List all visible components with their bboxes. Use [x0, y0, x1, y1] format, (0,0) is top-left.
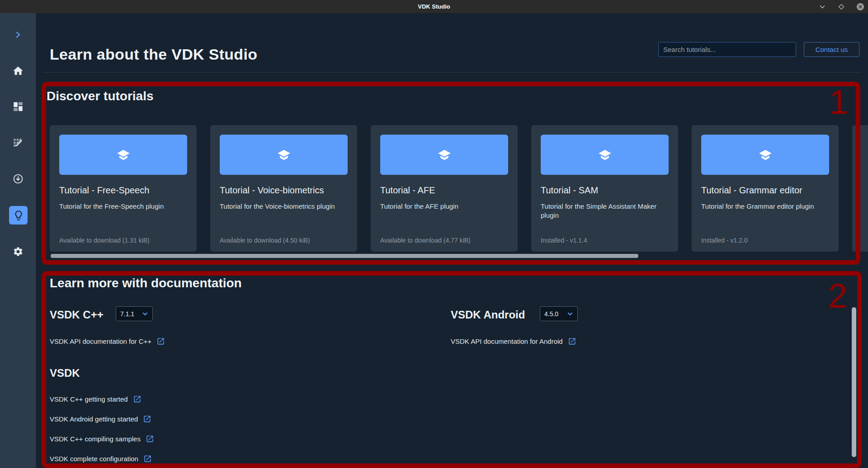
card-status: Available to download (1.31 kiB) [59, 237, 187, 244]
vsdk-android-version-select[interactable]: 4.5.0 [540, 306, 578, 321]
card-status: Available to download (4.50 kiB) [220, 237, 348, 244]
dashboard-icon [12, 101, 24, 112]
sidebar-item-settings[interactable] [0, 243, 36, 261]
grid-pencil-icon [12, 137, 24, 149]
external-link-icon [143, 454, 152, 463]
card-status: Available to download (4.77 kiB) [380, 237, 508, 244]
card-title: Tutorial - SAM [541, 185, 669, 196]
link-vsdk-cpp-compiling-samples[interactable]: VSDK C++ compiling samples [50, 435, 154, 443]
card-status: Installed - v1.2.0 [701, 237, 829, 244]
contact-us-button[interactable]: Contact us [804, 42, 859, 57]
vsdk-section-title: VSDK [50, 367, 80, 379]
link-label: VSDK Android getting started [50, 415, 138, 423]
cards-horizontal-scrollbar[interactable] [51, 254, 638, 258]
selected-version: 4.5.0 [544, 310, 558, 318]
diamond-icon [838, 3, 845, 10]
external-link-icon [146, 435, 154, 443]
link-label: VSDK API documentation for Android [451, 337, 563, 345]
link-label: VSDK C++ getting started [50, 395, 128, 403]
external-link-icon [133, 395, 142, 403]
graduation-cap-icon [438, 148, 451, 162]
external-link-icon [156, 337, 165, 346]
tutorial-card-afe[interactable]: Tutorial - AFE Tutorial for the AFE plug… [371, 125, 518, 252]
graduation-cap-icon [117, 148, 130, 162]
tutorial-card-free-speech[interactable]: Tutorial - Free-Speech Tutorial for the … [50, 125, 197, 252]
link-label: VSDK C++ compiling samples [50, 435, 141, 443]
window-title: VDK Studio [418, 3, 450, 10]
chevron-down-icon [567, 311, 573, 317]
card-banner [541, 135, 669, 175]
link-label: VSDK complete configuration [50, 455, 138, 463]
card-title: Tutorial - AFE [380, 185, 508, 196]
vsdk-cpp-version-select[interactable]: 7.1.1 [116, 306, 153, 321]
sidebar [0, 13, 36, 468]
chevron-down-icon [819, 3, 826, 10]
graduation-cap-icon [277, 148, 291, 162]
main-content: Learn about the VDK Studio Contact us Di… [36, 13, 868, 468]
tutorial-card-grammar-editor[interactable]: Tutorial - Grammar editor Tutorial for t… [692, 125, 839, 252]
sidebar-expand-button[interactable] [0, 26, 36, 44]
card-banner [220, 135, 348, 175]
tutorial-card-sam[interactable]: Tutorial - SAM Tutorial for the Simple A… [531, 125, 678, 252]
tutorial-card-voice-biometrics[interactable]: Tutorial - Voice-biometrics Tutorial for… [210, 125, 357, 252]
sidebar-item-dashboard[interactable] [0, 98, 36, 116]
discover-tutorials-title: Discover tutorials [47, 89, 154, 103]
card-title: Tutorial - Voice-biometrics [220, 185, 348, 196]
link-api-doc-cpp[interactable]: VSDK API documentation for C++ [50, 337, 165, 346]
vertical-scrollbar[interactable] [852, 307, 856, 457]
sidebar-item-designer[interactable] [0, 134, 36, 152]
card-description: Tutorial for the Simple Assistant Maker … [541, 202, 669, 220]
gear-icon [13, 246, 24, 257]
window-shade-button[interactable] [818, 3, 826, 11]
download-circle-icon [12, 173, 24, 185]
card-banner [380, 135, 508, 175]
chevron-down-icon [142, 311, 148, 317]
link-vsdk-android-getting-started[interactable]: VSDK Android getting started [50, 415, 151, 423]
sidebar-item-home[interactable] [0, 62, 36, 80]
close-icon [857, 3, 864, 10]
card-description: Tutorial for the AFE plugin [380, 202, 508, 211]
card-banner [701, 135, 829, 175]
external-link-icon [568, 337, 576, 346]
sidebar-item-downloads[interactable] [0, 170, 36, 188]
card-banner [59, 135, 187, 175]
window-controls [818, 0, 864, 13]
external-link-icon [143, 415, 151, 423]
link-label: VSDK API documentation for C++ [50, 337, 151, 345]
lightbulb-icon [13, 210, 24, 221]
search-input[interactable] [658, 42, 796, 57]
card-description: Tutorial for the Voice-biometrics plugin [220, 202, 348, 211]
card-title: Tutorial - Free-Speech [59, 185, 187, 196]
tutorial-cards-row: Tutorial - Free-Speech Tutorial for the … [50, 125, 868, 252]
vsdk-cpp-title: VSDK C++ [50, 309, 104, 321]
sidebar-item-learn[interactable] [9, 206, 28, 225]
card-description: Tutorial for the Free-Speech plugin [59, 202, 187, 211]
graduation-cap-icon [598, 148, 612, 162]
selected-version: 7.1.1 [120, 310, 134, 318]
card-status: Installed - v1.1.4 [541, 237, 669, 244]
card-title: Tutorial - Grammar editor [701, 185, 829, 196]
documentation-title: Learn more with documentation [50, 276, 242, 290]
link-api-doc-android[interactable]: VSDK API documentation for Android [451, 337, 576, 346]
link-vsdk-complete-configuration[interactable]: VSDK complete configuration [50, 454, 152, 463]
page-title: Learn about the VDK Studio [50, 46, 257, 63]
window-maximize-button[interactable] [837, 3, 845, 11]
titlebar: VDK Studio [0, 0, 868, 13]
header-divider [43, 72, 861, 73]
graduation-cap-icon [759, 148, 772, 162]
window-close-button[interactable] [856, 3, 864, 11]
tutorial-card-partial[interactable] [852, 125, 868, 252]
home-icon [12, 65, 24, 77]
card-description: Tutorial for the Grammar editor plugin [701, 202, 829, 211]
chevron-right-icon [14, 31, 22, 39]
link-vsdk-cpp-getting-started[interactable]: VSDK C++ getting started [50, 395, 142, 403]
vsdk-android-title: VSDK Android [451, 309, 525, 321]
